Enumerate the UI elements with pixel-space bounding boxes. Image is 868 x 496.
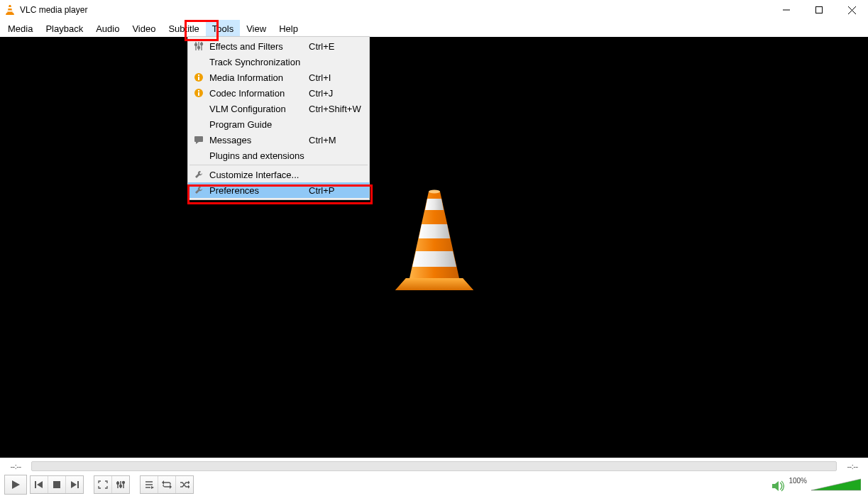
window-controls [770,0,868,20]
menu-item-label: Track Synchronization [209,57,309,67]
svg-marker-21 [196,142,199,144]
svg-marker-42 [151,486,154,489]
svg-point-36 [117,483,119,485]
shuffle-button[interactable] [176,476,193,493]
seek-slider[interactable] [31,461,837,471]
time-total: --:-- [842,462,862,470]
menu-item-vlm-configuration[interactable]: VLM ConfigurationCtrl+Shift+W [188,101,369,116]
menu-item-label: Preferences [209,185,309,196]
wrench-icon [192,185,205,195]
svg-rect-32 [77,481,79,488]
menu-audio[interactable]: Audio [89,20,126,37]
menu-item-customize-interface[interactable]: Customize Interface... [188,167,369,182]
svg-rect-18 [198,92,199,96]
menu-item-preferences[interactable]: PreferencesCtrl+P [188,182,369,198]
minimize-button[interactable] [770,0,803,20]
menu-item-track-synchronization[interactable]: Track Synchronization [188,54,369,70]
play-button[interactable] [4,475,27,495]
menu-item-media-information[interactable]: Media InformationCtrl+I [188,70,369,85]
svg-rect-30 [53,481,60,488]
svg-marker-0 [7,5,13,13]
view-group [94,475,130,494]
svg-marker-3 [6,13,14,15]
playback-controls: 100% [0,473,868,496]
menu-tools[interactable]: Tools [206,20,240,37]
svg-point-26 [429,189,440,193]
vlc-cone-logo [385,187,484,294]
video-area [0,37,868,458]
maximize-button[interactable] [803,0,835,20]
skip-group [30,475,84,494]
menu-subtitle[interactable]: Subtitle [162,20,205,37]
menu-item-shortcut: Ctrl+Shift+W [309,104,361,114]
svg-point-37 [120,485,122,487]
menu-video[interactable]: Video [126,20,162,37]
svg-marker-27 [12,480,20,489]
stop-button[interactable] [48,476,66,493]
svg-rect-5 [816,7,823,13]
svg-marker-46 [188,485,189,489]
svg-marker-45 [188,481,189,485]
svg-rect-16 [198,75,199,76]
menu-item-label: Program Guide [209,119,309,130]
playlist-button[interactable] [141,476,158,493]
menu-item-shortcut: Ctrl+E [309,41,334,52]
menu-item-label: Messages [209,135,309,145]
menu-item-shortcut: Ctrl+M [309,135,336,145]
info-icon [192,88,205,98]
menu-playback[interactable]: Playback [39,20,89,37]
menu-item-shortcut: Ctrl+I [309,72,331,83]
menu-item-messages[interactable]: MessagesCtrl+M [188,132,369,148]
time-elapsed: --:-- [6,462,26,470]
menu-item-label: Codec Information [209,88,309,99]
menu-item-shortcut: Ctrl+P [309,185,334,196]
svg-rect-2 [8,11,13,12]
svg-marker-31 [71,481,77,488]
svg-rect-1 [8,7,11,9]
volume-control: 100% [771,478,864,492]
menu-item-program-guide[interactable]: Program Guide [188,116,369,132]
svg-marker-47 [772,481,779,491]
wrench-icon [192,170,205,180]
svg-marker-43 [162,480,164,485]
svg-point-11 [195,44,197,46]
previous-button[interactable] [31,476,48,493]
svg-marker-44 [170,485,172,489]
svg-marker-24 [395,278,473,290]
info-icon [192,72,205,82]
volume-label: 100% [789,477,807,485]
menu-help[interactable]: Help [273,20,304,37]
menu-item-effects-and-filters[interactable]: Effects and FiltersCtrl+E [188,38,369,54]
svg-rect-20 [194,136,203,142]
seek-row: --:-- --:-- [0,459,868,473]
menu-item-codec-information[interactable]: Codec InformationCtrl+J [188,85,369,101]
menu-separator [189,165,368,165]
loop-button[interactable] [158,476,176,493]
sliders-icon [192,41,205,51]
window-title: VLC media player [20,5,87,15]
extended-settings-button[interactable] [112,476,129,493]
close-button[interactable] [835,0,868,20]
msg-icon [192,135,205,145]
menu-item-label: Media Information [209,72,309,83]
menu-item-label: Effects and Filters [209,41,309,52]
next-button[interactable] [66,476,83,493]
menu-item-plugins-and-extensions[interactable]: Plugins and extensions [188,148,369,163]
svg-rect-19 [198,90,199,92]
tools-dropdown: Effects and FiltersCtrl+ETrack Synchroni… [187,36,370,200]
menu-media[interactable]: Media [1,20,39,37]
menu-view[interactable]: View [240,20,273,37]
svg-rect-15 [198,77,199,80]
menubar: MediaPlaybackAudioVideoSubtitleToolsView… [0,20,868,37]
svg-rect-28 [35,481,36,488]
volume-slider[interactable] [811,478,861,492]
svg-point-38 [123,482,125,484]
playlist-group [140,475,194,494]
menu-item-label: VLM Configuration [209,104,309,114]
svg-point-13 [201,43,203,45]
svg-point-12 [198,47,200,49]
menu-item-label: Plugins and extensions [209,150,309,161]
menu-item-label: Customize Interface... [209,170,309,180]
speaker-icon[interactable] [771,480,784,492]
fullscreen-button[interactable] [94,476,112,493]
